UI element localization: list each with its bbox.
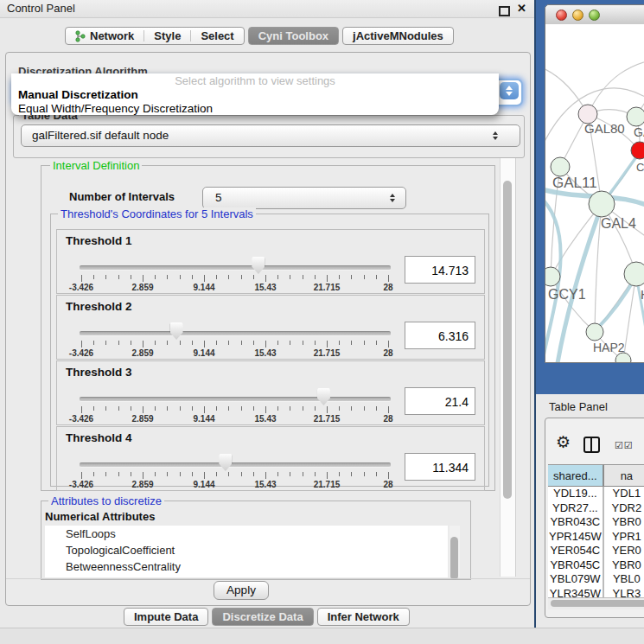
slider-track[interactable] <box>80 397 391 402</box>
number-of-intervals-stepper[interactable] <box>390 188 395 208</box>
zoom-traffic-button[interactable] <box>589 10 600 21</box>
minimize-traffic-button[interactable] <box>572 10 583 21</box>
tick-mark <box>167 341 168 345</box>
tick-mark <box>265 472 266 479</box>
table-row[interactable]: YDR27...YDR2 <box>548 501 644 516</box>
network-node-GCY1[interactable] <box>545 267 560 286</box>
list-item[interactable]: BetweennessCentrality <box>45 558 448 575</box>
algorithm-select-stepper[interactable] <box>500 82 519 99</box>
tab-impute-data[interactable]: Impute Data <box>124 609 207 625</box>
tab-style[interactable]: Style <box>144 28 190 44</box>
column-header-name[interactable]: na <box>604 464 644 487</box>
tick-label: 28 <box>383 283 392 292</box>
cell-name: YDR2 <box>604 501 644 516</box>
table-row[interactable]: YBR043CYBR0 <box>548 515 644 530</box>
apply-button[interactable]: Apply <box>214 581 269 600</box>
table-data-stepper[interactable] <box>493 125 498 146</box>
tick-label: 2.859 <box>131 414 153 424</box>
attributes-list-scrollbar[interactable] <box>450 526 460 577</box>
table-horizontal-scrollbar[interactable] <box>548 597 644 609</box>
cell-shared-name: YBR043C <box>548 515 604 530</box>
table-row[interactable]: YLR345WYLR3 <box>548 587 644 598</box>
tick-mark <box>204 472 205 479</box>
slider-thumb[interactable] <box>219 454 232 471</box>
list-item[interactable]: TopologicalCoefficient <box>45 542 448 558</box>
cell-name: YBL0 <box>604 572 644 587</box>
tick-label: 9.144 <box>193 480 214 489</box>
slider-thumb[interactable] <box>170 322 183 340</box>
tick-mark <box>364 472 365 476</box>
scrollbar-thumb[interactable] <box>551 600 644 607</box>
up-arrow-icon <box>506 86 513 90</box>
tick-mark <box>241 275 242 279</box>
tick-mark <box>180 472 181 476</box>
tab-cyni-toolbox[interactable]: Cyni Toolbox <box>249 28 338 44</box>
checkbox-icons[interactable]: ☑☑ <box>615 440 634 451</box>
network-canvas[interactable]: GAL80GACGAL11GAL4GCY1HHAP2 <box>545 24 644 362</box>
scrollbar-thumb[interactable] <box>450 537 458 580</box>
number-of-intervals-select[interactable]: 5 <box>202 187 406 209</box>
tick-mark <box>290 406 290 411</box>
network-node-GAL11[interactable] <box>551 157 570 176</box>
column-layout-icon[interactable] <box>583 437 600 453</box>
threshold-value-field[interactable]: 6.316 <box>405 322 475 349</box>
tick-mark <box>143 275 143 282</box>
network-node-H[interactable] <box>624 262 644 286</box>
thresholds-coordinates-title: Threshold's Coordinates for 5 Intervals <box>58 207 256 220</box>
tab-select[interactable]: Select <box>191 28 243 44</box>
threshold-value-field[interactable]: 14.713 <box>405 256 475 284</box>
table-row[interactable]: YBL079WYBL0 <box>548 572 644 587</box>
network-node-GA[interactable] <box>627 107 644 126</box>
tick-mark <box>315 406 316 411</box>
tick-mark <box>351 275 352 279</box>
tick-mark <box>303 406 303 411</box>
network-node-C[interactable] <box>631 142 644 159</box>
dropdown-placeholder-item[interactable]: Select algorithm to view settings <box>11 73 499 88</box>
tick-label: 9.144 <box>193 414 214 424</box>
list-item[interactable]: SelfLoops <box>45 526 448 542</box>
network-node-HAP2[interactable] <box>586 323 603 341</box>
float-window-icon[interactable] <box>499 6 510 16</box>
network-window-titlebar[interactable] <box>545 5 644 25</box>
column-header-shared-name[interactable]: shared... <box>548 464 604 487</box>
scrollbar-thumb[interactable] <box>503 181 512 499</box>
tick-mark <box>265 275 266 282</box>
slider-track[interactable] <box>80 265 391 271</box>
interval-definition-title: Interval Definition <box>50 159 142 172</box>
dropdown-item-manual-discretization[interactable]: Manual Discretization <box>11 88 499 102</box>
tick-mark <box>364 406 365 411</box>
slider-track[interactable] <box>80 462 391 468</box>
panel-vertical-scrollbar[interactable] <box>500 158 516 577</box>
network-node-GAL4[interactable] <box>589 191 615 217</box>
tick-mark <box>81 472 82 479</box>
table-data-select[interactable]: galFiltered.sif default node <box>21 124 520 147</box>
slider-track[interactable] <box>80 331 391 336</box>
cell-shared-name: YBR045C <box>548 558 604 573</box>
thresholds-coordinates-group: Threshold's Coordinates for 5 Intervals … <box>50 214 489 487</box>
tick-label: 21.715 <box>314 414 341 424</box>
tick-label: 15.43 <box>254 480 276 489</box>
tick-mark <box>339 406 340 411</box>
threshold-value-field[interactable]: 21.4 <box>405 387 475 415</box>
dropdown-item-equal-width[interactable]: Equal Width/Frequency Discretization <box>11 102 499 115</box>
numerical-attributes-list[interactable]: SelfLoopsTopologicalCoefficientBetweenne… <box>45 526 448 577</box>
close-icon[interactable]: ✕ <box>517 2 526 15</box>
slider-thumb[interactable] <box>252 257 265 274</box>
table-row[interactable]: YBR045CYBR0 <box>548 558 644 573</box>
table-row[interactable]: YDL19...YDL1 <box>548 487 644 501</box>
threshold-value-field[interactable]: 11.344 <box>405 453 475 481</box>
table-row[interactable]: YER054CYER0 <box>548 544 644 558</box>
tab-discretize-data[interactable]: Discretize Data <box>213 609 312 625</box>
tab-infer-network[interactable]: Infer Network <box>318 609 409 625</box>
network-edge[interactable] <box>588 59 644 114</box>
threshold-panel-2: Threshold 2-3.4262.8599.14415.4321.71528… <box>56 295 485 360</box>
tab-jactivemnodules[interactable]: jActiveMNodules <box>343 28 453 44</box>
tick-mark <box>241 472 242 476</box>
attributes-group-title: Attributes to discretize <box>48 494 164 507</box>
tab-network[interactable]: Network <box>66 28 143 44</box>
slider-thumb[interactable] <box>317 388 330 405</box>
gear-icon[interactable]: ⚙ <box>556 432 571 452</box>
table-row[interactable]: YPR145WYPR1 <box>548 530 644 545</box>
table-data-value: galFiltered.sif default node <box>22 125 520 146</box>
close-traffic-button[interactable] <box>556 10 567 21</box>
